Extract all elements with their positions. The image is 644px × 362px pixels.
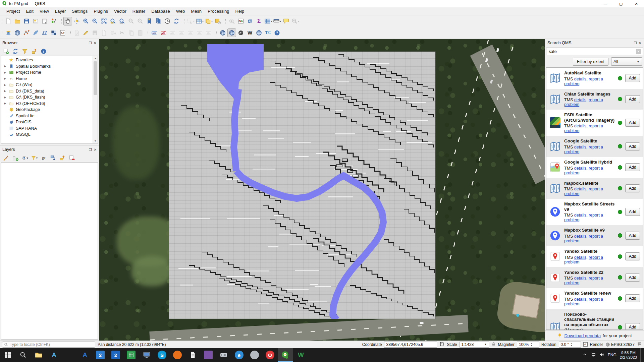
extents-icon[interactable] (439, 342, 444, 348)
details-link[interactable]: details (574, 77, 586, 81)
toggle-editing-button[interactable] (82, 28, 90, 37)
filter-by-expression-button[interactable]: ε▾ (40, 155, 47, 161)
copy-features-button[interactable]: ▾ (204, 17, 213, 25)
open-project-button[interactable] (13, 17, 22, 25)
label-rotate-button[interactable]: abc (195, 28, 204, 37)
browser-item-home[interactable]: ▶⌂Home (1, 76, 98, 82)
add-service-button[interactable]: Add (625, 184, 640, 192)
add-service-button[interactable]: Add (625, 294, 640, 302)
style-manager-button[interactable] (49, 17, 58, 25)
label-highlight-button[interactable]: abc (177, 28, 186, 37)
opera-browser-icon[interactable]: O (262, 348, 278, 362)
wiki-w-button[interactable]: W (246, 28, 254, 37)
zoom-native-button[interactable]: 1:1 (127, 17, 136, 25)
crs-indicator[interactable]: EPSG:32637 (605, 342, 635, 347)
add-spatialite-layer-button[interactable] (31, 28, 40, 37)
geocoding-globe-button[interactable] (255, 28, 263, 37)
details-link[interactable]: details (574, 166, 586, 171)
browser-item-postgis[interactable]: PostGIS (1, 119, 98, 125)
qgis-taskbar-icon[interactable] (278, 348, 293, 362)
browser-item-mssql[interactable]: MSSQL (1, 131, 98, 138)
browser-item-favorites[interactable]: ★Favorites (1, 57, 98, 63)
minimize-button[interactable]: — (598, 0, 613, 7)
current-edits-button[interactable] (72, 28, 81, 37)
filter-by-extent-button[interactable]: Filter by extent (573, 58, 608, 66)
new-project-button[interactable] (4, 17, 13, 25)
browser-item-spatialite[interactable]: SpatiaLite (1, 113, 98, 119)
taskbar-search-button[interactable] (15, 348, 31, 362)
add-service-button[interactable]: Add (625, 95, 640, 103)
browser-float-button[interactable]: ❐ (89, 41, 92, 45)
new-print-layout-button[interactable] (31, 17, 40, 25)
menu-database[interactable]: Database (148, 8, 173, 15)
app-gray-circle-icon[interactable] (247, 348, 262, 362)
maximize-button[interactable]: ▢ (613, 0, 629, 7)
geo-search-button[interactable]: ▾ (291, 17, 300, 25)
close-button[interactable]: ✕ (629, 0, 644, 7)
save-edits-button[interactable] (91, 28, 99, 37)
app-purple-icon[interactable] (201, 348, 216, 362)
app-monitor-icon[interactable] (139, 348, 154, 362)
browser-item-g-dks-flash-[interactable]: ▶G:\ (DKS_flash) (1, 94, 98, 101)
save-project-button[interactable] (22, 17, 31, 25)
skype-icon[interactable]: S (154, 348, 170, 362)
menu-plugins[interactable]: Plugins (91, 8, 111, 15)
details-link[interactable]: details (574, 213, 586, 218)
map-tips-button[interactable] (282, 17, 290, 25)
start-button[interactable] (0, 348, 15, 362)
zoom-in-button[interactable] (82, 17, 90, 25)
add-service-button[interactable]: Add (625, 252, 640, 260)
zoom-out-button[interactable] (91, 17, 99, 25)
osm-globe-button[interactable] (236, 28, 245, 37)
rotation-spinner[interactable]: 0.0 °▲▼ (559, 342, 581, 348)
add-wms-layer-button[interactable] (13, 28, 22, 37)
layers-float-button[interactable]: ❐ (89, 148, 92, 152)
menu-edit[interactable]: Edit (23, 8, 36, 15)
file-explorer-icon[interactable] (31, 348, 46, 362)
browser-item-c-win-[interactable]: ▶C:\ (Win) (1, 82, 98, 88)
browser-item-sap-hana[interactable]: SAP HANA (1, 125, 98, 132)
data-source-manager-button[interactable] (4, 28, 13, 37)
map-canvas[interactable] (99, 39, 545, 341)
add-vector-layer-button[interactable] (22, 28, 31, 37)
menu-help[interactable]: Help (232, 8, 247, 15)
paste-features-button[interactable] (136, 28, 145, 37)
menu-vector[interactable]: Vector (111, 8, 129, 15)
zoom-last-button[interactable] (136, 17, 145, 25)
download-geodata-link[interactable]: Download geodata (564, 333, 600, 338)
app-a-blue-icon[interactable]: A (77, 348, 93, 362)
menu-processing[interactable]: Processing (205, 8, 232, 15)
add-delimited-text-button[interactable]: a,b (58, 28, 67, 37)
hidden-icons-chevron[interactable] (583, 352, 587, 358)
identify-features-button[interactable]: i (227, 17, 236, 25)
browser-item-spatial-bookmarks[interactable]: ▶Spatial Bookmarks (1, 63, 98, 70)
browser-orange-icon[interactable] (170, 348, 185, 362)
add-service-button[interactable]: Add (625, 232, 640, 240)
copy-features-2-button[interactable] (127, 28, 136, 37)
remove-layer-button[interactable] (68, 155, 75, 161)
field-calculator-button[interactable] (236, 17, 245, 25)
app-office-grid-icon[interactable] (123, 348, 139, 362)
app-a-lightblue-icon[interactable]: A (46, 348, 62, 362)
browser-item-d-dks-data-[interactable]: ▶D:\ (DKS_data) (1, 88, 98, 95)
taskbar-clock[interactable]: 9:58 PM2/27/2023 (620, 350, 637, 360)
magnifier-spinner[interactable]: 100%▲▼ (517, 342, 539, 348)
qms-search-input[interactable] (548, 49, 636, 54)
coordinate-input[interactable]: 389567.4,6172405.6 (384, 342, 437, 348)
menu-layer[interactable]: Layer (52, 8, 69, 15)
wps-office-icon[interactable]: W (293, 348, 309, 362)
qms-float-button[interactable]: ❐ (634, 41, 637, 45)
zoom-to-layer-button[interactable] (118, 17, 126, 25)
render-checkbox[interactable]: ✓ (583, 342, 588, 347)
menu-mesh[interactable]: Mesh (188, 8, 205, 15)
browser-item-h-office16-[interactable]: ▶H:\ (OFFICE16) (1, 101, 98, 107)
add-service-button[interactable]: Add (625, 208, 640, 216)
add-raster-layer-button[interactable] (49, 28, 58, 37)
add-service-button[interactable]: Add (625, 274, 640, 282)
expand-all-layers-button[interactable] (50, 155, 56, 161)
zoom-to-selection-button[interactable] (109, 17, 117, 25)
app-palette-icon[interactable] (62, 348, 77, 362)
locator-box[interactable]: Type to locate (Ctrl+K) (2, 342, 95, 348)
browser-item-geopackage[interactable]: GeoPackage (1, 107, 98, 113)
browser-item-project-home[interactable]: ▶Project Home (1, 69, 98, 76)
